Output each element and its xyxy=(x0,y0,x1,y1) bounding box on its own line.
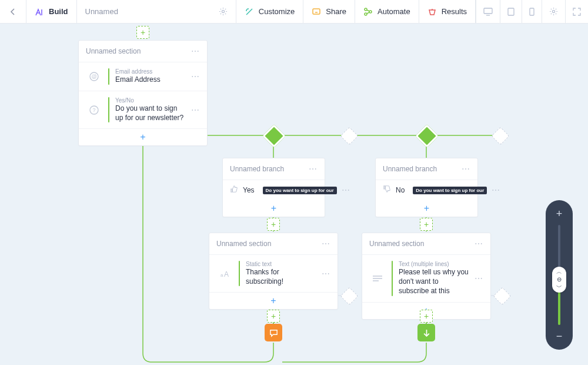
svg-rect-5 xyxy=(484,8,492,14)
zoom-control: + ︿ ⊖ ﹀ − xyxy=(546,200,573,350)
zoom-slider[interactable]: ︿ ⊖ ﹀ xyxy=(558,225,560,325)
tab-automate[interactable]: Automate xyxy=(355,0,419,23)
section-menu-button[interactable]: ⋯ xyxy=(322,239,330,248)
form-title[interactable]: Unnamed xyxy=(85,7,118,16)
arrow-down-icon xyxy=(423,329,430,337)
svg-point-0 xyxy=(222,10,224,12)
add-branch-button[interactable] xyxy=(340,287,358,305)
field-row-email[interactable]: @ Email address Email Address ⋯ xyxy=(79,62,207,91)
tab-share-label: Share xyxy=(326,7,346,16)
form-settings-button[interactable] xyxy=(219,7,228,16)
section-card-no[interactable]: Unnamed section ⋯ Text (multiple lines) … xyxy=(362,233,491,320)
branch-condition-row[interactable]: No Do you want to sign up for our ⋯ xyxy=(376,180,477,200)
add-branch-button[interactable] xyxy=(493,287,511,305)
section-header: Unnamed section ⋯ xyxy=(362,233,490,255)
chevron-down-icon[interactable]: ﹀ xyxy=(556,284,562,290)
svg-rect-6 xyxy=(508,8,514,15)
gear-icon xyxy=(549,7,558,16)
chevron-left-icon xyxy=(9,8,16,15)
field-menu-button[interactable]: ⋯ xyxy=(475,274,483,283)
tab-customize-label: Customize xyxy=(259,7,295,16)
device-desktop-button[interactable] xyxy=(476,0,500,23)
add-condition-button[interactable]: + xyxy=(376,200,477,217)
tab-results[interactable]: Results xyxy=(419,0,476,23)
chevron-up-icon[interactable]: ︿ xyxy=(556,269,562,275)
tab-build-label: Build xyxy=(49,7,68,16)
thumbs-up-icon xyxy=(230,185,238,195)
add-node-button[interactable]: + xyxy=(267,310,280,323)
svg-text:A: A xyxy=(224,270,229,278)
field-type-label: Email address xyxy=(115,68,185,75)
condition-menu-button[interactable]: ⋯ xyxy=(492,185,500,195)
condition-menu-button[interactable]: ⋯ xyxy=(342,185,350,195)
section-title: Unnamed section xyxy=(216,240,271,248)
zoom-knob-group[interactable]: ︿ ⊖ ﹀ xyxy=(552,267,566,293)
end-node-continue[interactable] xyxy=(417,324,435,341)
field-text: Please tell us why you don't want to sub… xyxy=(399,267,469,296)
device-tablet-button[interactable] xyxy=(500,0,522,23)
back-button[interactable] xyxy=(0,0,26,23)
tab-share[interactable]: Share xyxy=(303,0,355,23)
field-menu-button[interactable]: ⋯ xyxy=(191,105,200,115)
add-node-button[interactable]: + xyxy=(267,218,280,231)
branch-card-no[interactable]: Unnamed branch ⋯ No Do you want to sign … xyxy=(375,158,478,217)
svg-text:?: ? xyxy=(92,107,95,113)
tab-build[interactable]: Build xyxy=(26,0,77,23)
branch-card-yes[interactable]: Unnamed branch ⋯ Yes Do you want to sign… xyxy=(222,158,325,217)
svg-point-2 xyxy=(365,8,367,11)
branch-condition-row[interactable]: Yes Do you want to sign up for our ⋯ xyxy=(223,180,325,200)
section-menu-button[interactable]: ⋯ xyxy=(475,239,483,248)
add-field-button[interactable]: + xyxy=(79,129,207,145)
branch-header: Unnamed branch ⋯ xyxy=(376,158,477,180)
chat-icon xyxy=(269,328,278,337)
expand-icon xyxy=(573,8,581,16)
field-text: Email Address xyxy=(115,75,185,84)
tab-automate-label: Automate xyxy=(377,7,410,16)
condition-chip: Do you want to sign up for our xyxy=(413,187,487,194)
toolbar-right xyxy=(476,0,588,23)
device-phone-button[interactable] xyxy=(522,0,542,23)
field-accent xyxy=(108,68,109,85)
branch-split-node[interactable] xyxy=(262,124,286,148)
branch-split-node[interactable] xyxy=(415,124,439,148)
add-branch-button[interactable] xyxy=(491,127,509,145)
gear-icon xyxy=(219,7,228,16)
field-row-multiline[interactable]: Text (multiple lines) Please tell us why… xyxy=(362,255,490,303)
email-icon: @ xyxy=(86,68,102,85)
section-card-root[interactable]: Unnamed section ⋯ @ Email address Email … xyxy=(78,40,208,146)
field-type-label: Static text xyxy=(246,261,316,267)
fullscreen-button[interactable] xyxy=(565,0,588,23)
add-node-button[interactable]: + xyxy=(420,310,433,323)
field-type-label: Yes/No xyxy=(115,97,185,104)
end-node-message[interactable] xyxy=(265,324,282,341)
zoom-fill xyxy=(558,290,560,326)
tab-customize[interactable]: Customize xyxy=(236,0,303,23)
add-field-button[interactable]: + xyxy=(209,293,338,309)
field-text: Do you want to sign up for our newslette… xyxy=(115,104,185,122)
zoom-out-button[interactable]: − xyxy=(556,331,563,341)
add-node-button[interactable]: + xyxy=(136,26,149,39)
settings-button[interactable] xyxy=(542,0,565,23)
field-type-label: Text (multiple lines) xyxy=(399,261,469,267)
phone-icon xyxy=(529,8,534,16)
field-menu-button[interactable]: ⋯ xyxy=(322,269,330,278)
field-row-static[interactable]: aA Static text Thanks for subscribing! ⋯ xyxy=(209,255,338,293)
section-header: Unnamed section ⋯ xyxy=(209,233,338,255)
add-branch-button[interactable] xyxy=(340,127,358,145)
branch-menu-button[interactable]: ⋯ xyxy=(309,164,318,174)
add-node-button[interactable]: + xyxy=(420,218,433,231)
section-menu-button[interactable]: ⋯ xyxy=(191,47,200,56)
build-icon xyxy=(35,7,44,16)
add-condition-button[interactable]: + xyxy=(223,200,325,217)
zoom-reset-icon[interactable]: ⊖ xyxy=(557,277,562,283)
branch-menu-button[interactable]: ⋯ xyxy=(462,164,470,174)
field-accent xyxy=(392,261,393,296)
field-row-yesno[interactable]: ? Yes/No Do you want to sign up for our … xyxy=(79,91,207,129)
flow-canvas[interactable]: Unnamed section ⋯ @ Email address Email … xyxy=(0,24,588,365)
branch-header: Unnamed branch ⋯ xyxy=(223,158,325,180)
field-menu-button[interactable]: ⋯ xyxy=(191,72,200,81)
zoom-in-button[interactable]: + xyxy=(556,208,563,219)
desktop-icon xyxy=(483,8,493,16)
wand-icon xyxy=(245,7,254,16)
section-card-yes[interactable]: Unnamed section ⋯ aA Static text Thanks … xyxy=(209,233,338,310)
